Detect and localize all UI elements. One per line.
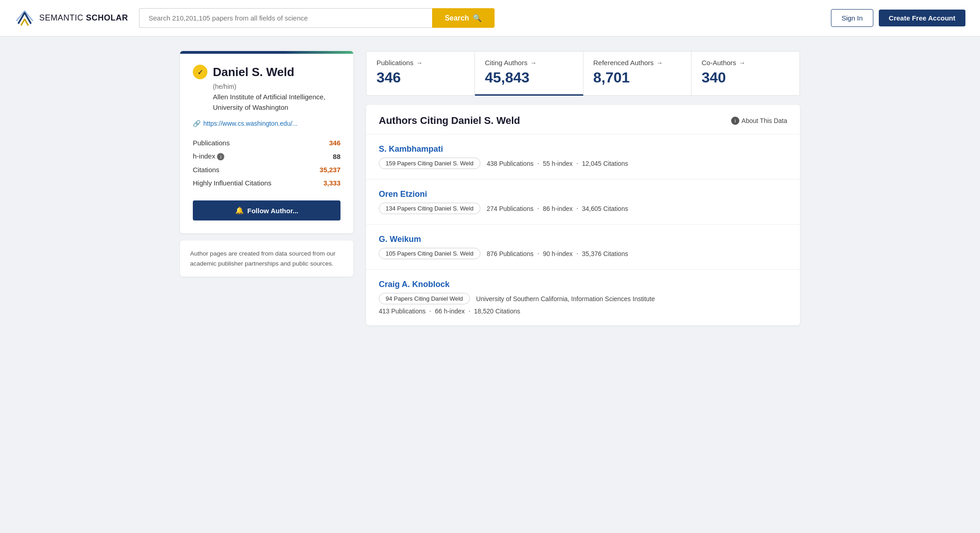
papers-citing-badge: 134 Papers Citing Daniel S. Weld [379, 203, 480, 214]
author-citations: 34,605 Citations [582, 205, 628, 212]
author-publications: 274 Publications [487, 205, 534, 212]
papers-citing-badge: 159 Papers Citing Daniel S. Weld [379, 158, 480, 169]
author-card: ✓ Daniel S. Weld (he/him) Allen Institut… [180, 51, 353, 233]
author-citations: 35,376 Citations [582, 250, 628, 257]
search-bar: Search 🔍 [139, 8, 495, 28]
arrow-icon: → [656, 59, 663, 67]
highly-influential-value: 3,333 [309, 176, 340, 190]
highly-influential-label: Highly Influential Citations [193, 176, 309, 190]
citing-author-meta: 105 Papers Citing Daniel S. Weld 876 Pub… [379, 248, 787, 259]
tab-publications-value: 346 [377, 69, 464, 86]
author-citations: 18,520 Citations [474, 308, 520, 315]
about-data-link[interactable]: i About This Data [731, 117, 787, 125]
author-website-link[interactable]: 🔗 https://www.cs.washington.edu/... [193, 120, 340, 127]
hindex-value: 88 [309, 149, 340, 163]
citing-author-meta-2: 413 Publications · 66 h-index · 18,520 C… [379, 307, 787, 315]
author-citations: 12,045 Citations [582, 160, 628, 167]
sidebar: ✓ Daniel S. Weld (he/him) Allen Institut… [180, 51, 353, 325]
citations-label: Citations [193, 163, 309, 176]
tab-referenced-authors[interactable]: Referenced Authors → 8,701 [583, 51, 692, 96]
citing-author-meta: 134 Papers Citing Daniel S. Weld 274 Pub… [379, 203, 787, 214]
link-icon: 🔗 [193, 120, 201, 127]
citing-author-meta: 94 Papers Citing Daniel Weld University … [379, 293, 787, 304]
citing-section: Authors Citing Daniel S. Weld i About Th… [366, 105, 800, 325]
logo: SEMANTIC SCHOLAR [15, 8, 128, 28]
citing-author-meta: 159 Papers Citing Daniel S. Weld 438 Pub… [379, 158, 787, 169]
author-note: Author pages are created from data sourc… [180, 241, 353, 277]
follow-author-button[interactable]: 🔔 Follow Author... [193, 200, 340, 220]
author-name: Daniel S. Weld [213, 65, 294, 79]
highly-influential-stat-row: Highly Influential Citations 3,333 [193, 176, 340, 190]
author-list: S. Kambhampati 159 Papers Citing Daniel … [366, 134, 800, 325]
logo-icon [15, 8, 35, 28]
publications-label: Publications [193, 136, 309, 149]
arrow-icon: → [739, 59, 745, 67]
create-account-button[interactable]: Create Free Account [879, 10, 965, 26]
list-item: Oren Etzioni 134 Papers Citing Daniel S.… [366, 179, 800, 225]
tab-citing-authors-label: Citing Authors → [485, 59, 573, 67]
citations-value: 35,237 [309, 163, 340, 176]
list-item: S. Kambhampati 159 Papers Citing Daniel … [366, 134, 800, 179]
author-publications: 438 Publications [487, 160, 534, 167]
list-item: G. Weikum 105 Papers Citing Daniel S. We… [366, 225, 800, 270]
arrow-icon: → [416, 59, 423, 67]
tab-co-authors-value: 340 [701, 69, 789, 86]
arrow-icon: → [530, 59, 536, 67]
about-data-info-icon: i [731, 117, 739, 125]
logo-text: SEMANTIC SCHOLAR [39, 13, 128, 23]
citing-author-name-link[interactable]: G. Weikum [379, 235, 787, 244]
hindex-label: h-index i [193, 149, 309, 163]
author-name-row: ✓ Daniel S. Weld [193, 65, 340, 79]
citing-author-name-link[interactable]: Oren Etzioni [379, 190, 787, 199]
citing-author-name-link[interactable]: S. Kambhampati [379, 144, 787, 154]
tab-publications[interactable]: Publications → 346 [366, 51, 475, 96]
verified-badge: ✓ [193, 65, 207, 79]
author-card-body: ✓ Daniel S. Weld (he/him) Allen Institut… [180, 54, 353, 233]
content-area: Publications → 346 Citing Authors → 45,8… [366, 51, 800, 325]
author-affiliation: Allen Institute of Artificial Intelligen… [193, 92, 340, 113]
papers-citing-badge: 105 Papers Citing Daniel S. Weld [379, 248, 480, 259]
author-publications: 876 Publications [487, 250, 534, 257]
author-h-index: 66 h-index [435, 308, 464, 315]
author-h-index: 55 h-index [543, 160, 573, 167]
checkmark-icon: ✓ [197, 68, 203, 77]
author-stats-table: Publications 346 h-index i 88 Citations … [193, 136, 340, 190]
hindex-info-icon[interactable]: i [217, 153, 224, 160]
header-actions: Sign In Create Free Account [831, 9, 965, 27]
publications-stat-row: Publications 346 [193, 136, 340, 149]
tab-citing-authors[interactable]: Citing Authors → 45,843 [475, 51, 583, 96]
tab-referenced-authors-label: Referenced Authors → [593, 59, 681, 67]
stat-tabs: Publications → 346 Citing Authors → 45,8… [366, 51, 800, 96]
citing-author-name-link[interactable]: Craig A. Knoblock [379, 280, 787, 289]
citations-stat-row: Citations 35,237 [193, 163, 340, 176]
search-input[interactable] [139, 8, 432, 28]
tab-citing-authors-value: 45,843 [485, 69, 573, 86]
tab-publications-label: Publications → [377, 59, 464, 67]
hindex-stat-row: h-index i 88 [193, 149, 340, 163]
search-button[interactable]: Search 🔍 [432, 8, 495, 28]
tab-referenced-authors-value: 8,701 [593, 69, 681, 86]
tab-co-authors[interactable]: Co-Authors → 340 [691, 51, 800, 96]
author-h-index: 90 h-index [543, 250, 573, 257]
site-header: SEMANTIC SCHOLAR Search 🔍 Sign In Create… [0, 0, 980, 36]
bell-icon: 🔔 [235, 206, 244, 215]
citing-section-title: Authors Citing Daniel S. Weld [379, 115, 520, 127]
list-item: Craig A. Knoblock 94 Papers Citing Danie… [366, 270, 800, 325]
author-h-index: 86 h-index [543, 205, 573, 212]
sign-in-button[interactable]: Sign In [831, 9, 873, 27]
main-container: ✓ Daniel S. Weld (he/him) Allen Institut… [162, 36, 818, 340]
author-pronouns: (he/him) [193, 83, 340, 90]
publications-value: 346 [309, 136, 340, 149]
author-publications: 413 Publications [379, 308, 426, 315]
search-icon: 🔍 [473, 14, 482, 22]
papers-citing-badge: 94 Papers Citing Daniel Weld [379, 293, 470, 304]
tab-co-authors-label: Co-Authors → [701, 59, 789, 67]
author-affiliation: University of Southern California, Infor… [476, 295, 655, 302]
citing-header: Authors Citing Daniel S. Weld i About Th… [366, 105, 800, 134]
